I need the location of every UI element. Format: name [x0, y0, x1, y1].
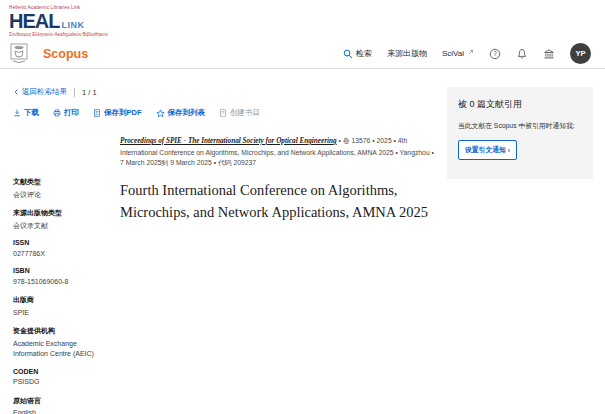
detail-value: 0277786X	[13, 249, 111, 260]
article-column: Proceedings of SPIE - The International …	[120, 130, 437, 414]
back-to-results-label: 返回检索结果	[22, 87, 67, 97]
detail-label: ISSN	[13, 239, 111, 246]
save-to-pdf-button[interactable]: 保存到PDF	[93, 108, 142, 118]
institution-crest-icon	[9, 43, 29, 65]
nav-sources-label: 来源出版物	[387, 48, 427, 59]
back-to-results-link[interactable]: 返回检索结果	[13, 87, 67, 97]
cited-by-notify-text: 当此文献在 Scopus 中被引用时通知我:	[458, 121, 582, 131]
search-icon	[343, 49, 353, 59]
cited-by-heading: 被 0 篇文献引用	[458, 98, 582, 111]
institution-access-button[interactable]	[543, 48, 555, 60]
heal-logo-link: LINK	[61, 21, 84, 30]
source-info: Proceedings of SPIE - The International …	[120, 136, 437, 169]
scopus-logo[interactable]: Scopus	[43, 47, 88, 61]
detail-source-type: 来源出版物类型 会议录文献	[13, 208, 111, 231]
save-to-pdf-label: 保存到PDF	[104, 108, 142, 118]
scopus-brand: Scopus	[9, 43, 88, 65]
detail-value: 978-151069060-8	[13, 277, 111, 288]
chevron-left-icon	[13, 88, 20, 96]
detail-value: 会议录文献	[13, 221, 111, 232]
download-label: 下载	[24, 108, 39, 118]
user-avatar[interactable]: YP	[570, 43, 591, 64]
document-body: 文献类型 会议评论 来源出版物类型 会议录文献 ISSN 0277786X IS…	[13, 130, 437, 414]
detail-label: 资金提供机构	[13, 326, 111, 336]
download-button[interactable]: 下载	[13, 108, 39, 118]
detail-label: ISBN	[13, 267, 111, 274]
detail-isbn: ISBN 978-151069060-8	[13, 267, 111, 287]
header-nav: 检索 来源出版物 SciVal ? YP	[343, 43, 591, 64]
detail-label: 文献类型	[13, 177, 111, 187]
star-icon	[156, 109, 165, 118]
heal-link-banner: Hellenic Academic Libraries Link HEAL LI…	[0, 0, 605, 39]
detail-value: 会议评论	[13, 190, 111, 201]
scopus-header: Scopus 检索 来源出版物 SciVal ?	[0, 39, 605, 69]
cited-by-panel: 被 0 篇文献引用 当此文献在 Scopus 中被引用时通知我: 设置引文通知 …	[447, 87, 593, 179]
document-title: Fourth International Conference on Algor…	[120, 180, 437, 224]
nav-search-label: 检索	[356, 48, 372, 59]
create-bibliography-button[interactable]: 创建书目	[219, 108, 260, 118]
detail-original-language: 原始语言 English	[13, 396, 111, 414]
svg-text:?: ?	[493, 50, 497, 57]
detail-issn: ISSN 0277786X	[13, 239, 111, 259]
printer-icon	[53, 109, 61, 117]
heal-logo-word: HEAL	[9, 11, 59, 31]
external-link-icon	[468, 49, 474, 55]
create-bibliography-label: 创建书目	[230, 108, 260, 118]
nav-sources[interactable]: 来源出版物	[387, 48, 427, 59]
print-button[interactable]: 打印	[53, 108, 79, 118]
nav-search[interactable]: 检索	[343, 48, 372, 59]
save-to-list-label: 保存到列表	[168, 108, 206, 118]
heal-tagline-greek: Σύνδεσμος Ελληνικών Ακαδημαϊκών Βιβλιοθη…	[9, 32, 605, 37]
source-title-link[interactable]: Proceedings of SPIE - The International …	[120, 137, 337, 145]
set-citation-alert-label: 设置引文通知	[465, 145, 506, 155]
detail-value: Academic Exchange Information Centre (AE…	[13, 339, 111, 360]
main-column: 返回检索结果 1 / 1 下载 打印	[13, 87, 437, 414]
nav-scival[interactable]: SciVal	[442, 49, 474, 58]
detail-coden: CODEN PSISDG	[13, 368, 111, 388]
metadata-sidebar: 文献类型 会议评论 来源出版物类型 会议录文献 ISSN 0277786X IS…	[13, 130, 120, 414]
help-button[interactable]: ?	[489, 48, 501, 60]
heal-tagline-top: Hellenic Academic Libraries Link	[9, 5, 605, 10]
detail-label: 来源出版物类型	[13, 208, 111, 218]
result-pager: 1 / 1	[74, 88, 97, 97]
pdf-document-icon	[93, 109, 101, 117]
detail-funding-body: 资金提供机构 Academic Exchange Information Cen…	[13, 326, 111, 360]
heal-logo: HEAL LINK	[9, 11, 605, 31]
notifications-bell-button[interactable]	[516, 48, 528, 60]
detail-label: 原始语言	[13, 396, 111, 406]
detail-label: CODEN	[13, 368, 111, 375]
set-citation-alert-button[interactable]: 设置引文通知 ›	[458, 140, 517, 160]
detail-document-type: 文献类型 会议评论	[13, 177, 111, 200]
nav-scival-label: SciVal	[442, 49, 464, 58]
detail-value: English	[13, 408, 111, 414]
detail-value: PSISDG	[13, 377, 111, 388]
document-toolbar: 下载 打印 保存到PDF	[13, 108, 437, 118]
breadcrumb: 返回检索结果 1 / 1	[13, 87, 437, 97]
download-icon	[13, 109, 21, 117]
content-area: 返回检索结果 1 / 1 下载 打印	[0, 69, 605, 414]
bibliography-icon	[219, 109, 227, 117]
scopus-document-page: Hellenic Academic Libraries Link HEAL LI…	[0, 0, 605, 414]
detail-publisher: 出版商 SPIE	[13, 295, 111, 318]
print-label: 打印	[64, 108, 79, 118]
detail-value: SPIE	[13, 308, 111, 319]
save-to-list-button[interactable]: 保存到列表	[156, 108, 206, 118]
detail-label: 出版商	[13, 295, 111, 305]
chevron-right-icon: ›	[508, 147, 510, 154]
